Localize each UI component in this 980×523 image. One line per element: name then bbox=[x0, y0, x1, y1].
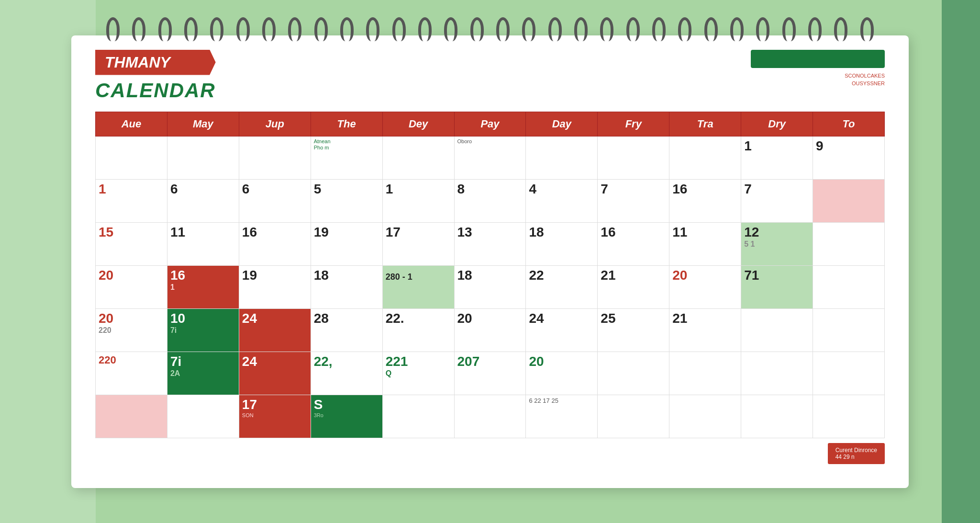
cell bbox=[382, 136, 454, 179]
col-header-5: Pay bbox=[454, 112, 526, 136]
cell: 7 bbox=[741, 179, 813, 222]
spiral-loop bbox=[158, 17, 172, 41]
spiral-loop bbox=[366, 17, 379, 41]
cell: 21 bbox=[669, 308, 741, 352]
cell: 7 bbox=[598, 179, 669, 222]
cell: 1 bbox=[96, 179, 167, 222]
cell: 22, bbox=[311, 352, 382, 395]
calendar-header: THMANY CALENDAR SCONOLCAKES OUSYSSNER bbox=[71, 35, 909, 107]
cell: 22. bbox=[382, 308, 454, 352]
spiral-loop bbox=[392, 17, 406, 41]
spiral-loop bbox=[444, 17, 457, 41]
cell: 280 - 1 bbox=[382, 265, 454, 308]
col-header-0: Aue bbox=[96, 112, 167, 136]
col-header-8: Tra bbox=[669, 112, 741, 136]
cell bbox=[813, 265, 885, 308]
col-header-2: Jup bbox=[239, 112, 311, 136]
cell: 17SON bbox=[239, 395, 311, 438]
cell: 20 bbox=[526, 352, 598, 395]
cell: 20 bbox=[454, 308, 526, 352]
spiral-loop bbox=[600, 17, 613, 41]
spiral-loop bbox=[262, 17, 276, 41]
spiral-loop bbox=[210, 17, 223, 41]
cell bbox=[669, 395, 741, 438]
cell bbox=[96, 395, 167, 438]
spiral-loop bbox=[548, 17, 562, 41]
cell: 18 bbox=[526, 222, 598, 265]
calendar-container: THMANY CALENDAR SCONOLCAKES OUSYSSNER Au… bbox=[71, 35, 909, 488]
col-header-3: The bbox=[311, 112, 382, 136]
cell-event: AtneanPho m bbox=[314, 138, 379, 151]
col-header-9: Dry bbox=[741, 112, 813, 136]
cell bbox=[813, 395, 885, 438]
col-header-1: May bbox=[167, 112, 239, 136]
table-row: 20 161 19 18 280 - 1 18 22 21 20 71 bbox=[96, 265, 885, 308]
cell: 221Q bbox=[382, 352, 454, 395]
spiral-loop bbox=[782, 17, 796, 41]
cell: AtneanPho m bbox=[311, 136, 382, 179]
spiral-loop bbox=[314, 17, 328, 41]
cell: 17 bbox=[382, 222, 454, 265]
cell: 71 bbox=[741, 265, 813, 308]
day-header-row: Aue May Jup The Dey Pay Day Fry Tra Dry … bbox=[96, 112, 885, 136]
cell highlight-green bbox=[598, 136, 669, 179]
small-text-block: SCONOLCAKES OUSYSSNER bbox=[845, 72, 885, 88]
spiral-loop bbox=[288, 17, 301, 41]
spiral-loop bbox=[106, 17, 120, 41]
cell: 18 bbox=[311, 265, 382, 308]
cell bbox=[167, 136, 239, 179]
cell bbox=[239, 136, 311, 179]
cell bbox=[741, 352, 813, 395]
spiral-loop bbox=[496, 17, 510, 41]
cell bbox=[813, 222, 885, 265]
cell bbox=[813, 352, 885, 395]
cell: 4 bbox=[526, 179, 598, 222]
cell: 20 bbox=[669, 265, 741, 308]
spiral-loop bbox=[834, 17, 847, 41]
cell: 24 bbox=[526, 308, 598, 352]
calendar-table: Aue May Jup The Dey Pay Day Fry Tra Dry … bbox=[95, 112, 885, 438]
spiral-loop bbox=[860, 17, 874, 41]
cell bbox=[382, 395, 454, 438]
bottom-notes: Curent Dinronce44 29 n bbox=[71, 438, 909, 469]
cell: 9 bbox=[813, 136, 885, 179]
cell: 8 bbox=[454, 179, 526, 222]
col-header-4: Dey bbox=[382, 112, 454, 136]
spiral-loop bbox=[132, 17, 145, 41]
table-row: 17SON S3Ro 6 22 17 25 bbox=[96, 395, 885, 438]
header-right: SCONOLCAKES OUSYSSNER bbox=[751, 50, 885, 88]
spiral-loop bbox=[730, 17, 744, 41]
cell bbox=[669, 352, 741, 395]
calendar-grid-wrapper: Aue May Jup The Dey Pay Day Fry Tra Dry … bbox=[71, 112, 909, 438]
green-banner bbox=[751, 50, 885, 68]
spiral-binding bbox=[100, 17, 880, 41]
cell: 161 bbox=[167, 265, 239, 308]
spiral-loop bbox=[470, 17, 484, 41]
col-header-6: Day bbox=[526, 112, 598, 136]
cell: 16 bbox=[239, 222, 311, 265]
cell-event: Oboro bbox=[457, 138, 523, 145]
cell: 1 bbox=[741, 136, 813, 179]
cell: 15 bbox=[96, 222, 167, 265]
cell: 25 bbox=[598, 308, 669, 352]
col-header-7: Fry bbox=[598, 112, 669, 136]
cell: S3Ro bbox=[311, 395, 382, 438]
table-row: 1 6 6 5 1 8 4 7 16 7 bbox=[96, 179, 885, 222]
cell: 21 bbox=[598, 265, 669, 308]
cell: 20 bbox=[96, 265, 167, 308]
cell: 19 bbox=[311, 222, 382, 265]
calendar-title: CALENDAR bbox=[95, 79, 216, 102]
cell bbox=[598, 352, 669, 395]
cell: 16 bbox=[598, 222, 669, 265]
cell: 24 bbox=[239, 308, 311, 352]
cell: 16 bbox=[669, 179, 741, 222]
spiral-loop bbox=[808, 17, 822, 41]
bg-right bbox=[942, 0, 980, 523]
cell bbox=[813, 308, 885, 352]
spiral-loop bbox=[340, 17, 354, 41]
cell: 20220 bbox=[96, 308, 167, 352]
spiral-loop bbox=[756, 17, 769, 41]
cell: 107i bbox=[167, 308, 239, 352]
cell: 19 bbox=[239, 265, 311, 308]
spiral-loop bbox=[678, 17, 691, 41]
